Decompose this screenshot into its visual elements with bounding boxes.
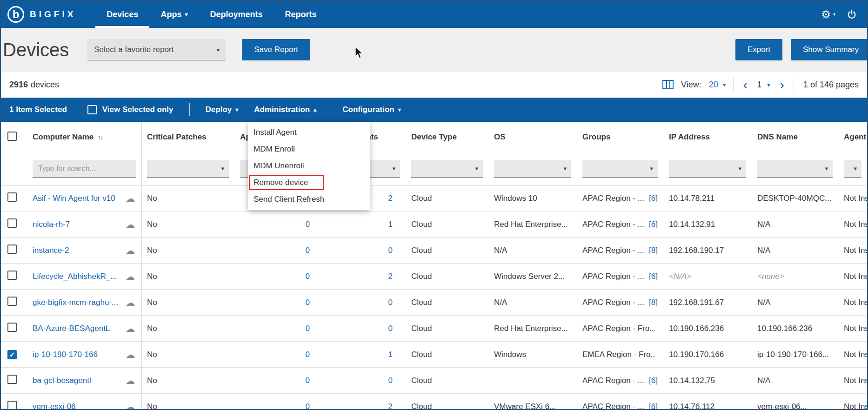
columns-icon[interactable] bbox=[662, 80, 674, 89]
applicable-patches-link[interactable]: 0 bbox=[306, 324, 310, 333]
next-page-button[interactable]: › bbox=[778, 78, 786, 92]
row-checkbox[interactable] bbox=[7, 401, 17, 410]
table-row[interactable]: ip-10-190-170-166 ☁ No 0 1 Cloud Windows… bbox=[1, 342, 867, 368]
device-name-link[interactable]: ip-10-190-170-166 bbox=[33, 350, 98, 359]
menu-item-install-agent[interactable]: Install Agent bbox=[248, 124, 370, 141]
deployments-link[interactable]: 2 bbox=[388, 402, 393, 410]
page-number-select[interactable]: 1 ▾ bbox=[757, 80, 770, 90]
device-name-link[interactable]: Asif - Win Agent for v10 bbox=[33, 194, 115, 203]
group-count-link[interactable]: [6] bbox=[649, 272, 658, 281]
column-header-groups[interactable]: Groups bbox=[577, 132, 663, 142]
row-checkbox[interactable] bbox=[7, 192, 17, 202]
column-header-ip-address[interactable]: IP Address bbox=[663, 132, 752, 142]
applicable-patches-link[interactable]: 0 bbox=[306, 298, 310, 307]
table-row[interactable]: gke-bigfix-mcm-raghu-... ☁ No 0 0 Cloud … bbox=[1, 290, 867, 316]
menu-item-mdm-enroll[interactable]: MDM Enroll bbox=[248, 141, 370, 158]
administration-menu-button[interactable]: Administration ▴ bbox=[254, 105, 316, 114]
top-navigation: b BIGFIX Devices Apps ▾ Deployments Repo… bbox=[1, 1, 867, 28]
table-row[interactable]: instance-2 ☁ No 0 0 Cloud N/A APAC Regio… bbox=[1, 238, 867, 264]
deployments-link[interactable]: 1 bbox=[388, 220, 393, 229]
group-count-link[interactable]: [8] bbox=[649, 246, 658, 255]
applicable-patches-link[interactable]: 0 bbox=[306, 376, 310, 385]
row-checkbox[interactable] bbox=[7, 323, 17, 332]
row-checkbox[interactable] bbox=[7, 350, 17, 359]
critical-patches-filter-select[interactable]: ▾ bbox=[147, 160, 229, 178]
configuration-menu-button[interactable]: Configuration ▾ bbox=[342, 105, 401, 114]
table-head: Computer Name ↑↓ Critical Patches Applic… bbox=[1, 122, 867, 185]
deployments-link[interactable]: 0 bbox=[388, 376, 393, 385]
agent-status-filter-select[interactable]: ▾ bbox=[844, 160, 861, 178]
deployments-link[interactable]: 0 bbox=[388, 246, 393, 255]
table-row[interactable]: BA-Azure-BESAgentL ☁ No 0 0 Cloud Red Ha… bbox=[1, 316, 867, 342]
group-count-link[interactable]: [6] bbox=[649, 194, 658, 203]
table-row[interactable]: Asif - Win Agent for v10 ☁ No 0 2 Cloud … bbox=[1, 185, 867, 212]
device-name-link[interactable]: gke-bigfix-mcm-raghu-... bbox=[33, 298, 118, 307]
table-row[interactable]: Lifecycle_AbhishekR_... ☁ No 0 2 Cloud W… bbox=[1, 264, 867, 290]
group-count-link[interactable]: [6] bbox=[649, 220, 658, 229]
menu-item-mdm-unenroll[interactable]: MDM Unenroll bbox=[248, 158, 370, 174]
show-summary-button[interactable]: Show Summary bbox=[791, 39, 868, 60]
nav-tab-reports[interactable]: Reports bbox=[274, 1, 327, 28]
group-count-link[interactable]: [6] bbox=[649, 376, 658, 385]
applicable-patches-link[interactable]: 0 bbox=[306, 272, 310, 281]
page-size-select[interactable]: 20 ▾ bbox=[709, 80, 726, 90]
deploy-menu-button[interactable]: Deploy ▾ bbox=[206, 105, 239, 114]
save-report-button[interactable]: Save Report bbox=[242, 39, 310, 60]
os-filter-select[interactable]: ▾ bbox=[494, 160, 571, 178]
row-checkbox[interactable] bbox=[7, 218, 17, 228]
row-checkbox[interactable] bbox=[7, 271, 17, 280]
deployments-link[interactable]: 2 bbox=[388, 194, 393, 203]
os-cell: VMware ESXi 6... bbox=[488, 402, 577, 410]
applicable-patches-link[interactable]: 0 bbox=[306, 402, 310, 410]
ip-cell: 10.14.78.211 bbox=[663, 194, 752, 203]
previous-page-button[interactable]: ‹ bbox=[741, 78, 749, 92]
row-checkbox[interactable] bbox=[7, 375, 17, 384]
column-header-dns-name[interactable]: DNS Name bbox=[752, 132, 838, 142]
dns-name-filter-select[interactable]: ▾ bbox=[757, 160, 833, 178]
divider bbox=[189, 103, 190, 116]
deployments-link[interactable]: 2 bbox=[388, 272, 393, 281]
table-row[interactable]: ba-gcl-besagentl ☁ No 0 0 Cloud APAC Reg… bbox=[1, 368, 867, 394]
applicable-patches-link[interactable]: 0 bbox=[306, 246, 310, 255]
applicable-patches-link[interactable]: 0 bbox=[306, 350, 310, 359]
table-row[interactable]: vem-esxi-06 ☁ No 0 2 Cloud VMware ESXi 6… bbox=[1, 394, 867, 410]
column-header-device-type[interactable]: Device Type bbox=[406, 132, 488, 142]
applicable-patches-link[interactable]: 0 bbox=[306, 220, 310, 229]
logout-power-button[interactable] bbox=[847, 9, 857, 20]
column-header-computer-name[interactable]: Computer Name ↑↓ bbox=[27, 132, 141, 142]
device-name-link[interactable]: ba-gcl-besagentl bbox=[33, 376, 91, 385]
nav-tab-deployments[interactable]: Deployments bbox=[199, 1, 274, 28]
view-selected-checkbox[interactable] bbox=[87, 105, 97, 114]
device-name-link[interactable]: Lifecycle_AbhishekR_... bbox=[33, 272, 117, 281]
column-header-os[interactable]: OS bbox=[488, 132, 577, 142]
deployments-link[interactable]: 1 bbox=[388, 350, 393, 359]
favorite-report-select[interactable]: Select a favorite report ▾ bbox=[87, 39, 226, 60]
device-name-link[interactable]: nicola-rh-7 bbox=[33, 220, 70, 229]
column-header-agent-status[interactable]: Agent Status bbox=[838, 132, 867, 142]
group-count-link[interactable]: [8] bbox=[649, 298, 658, 307]
nav-label: Devices bbox=[107, 10, 138, 20]
column-header-critical-patches[interactable]: Critical Patches bbox=[141, 132, 234, 142]
device-type-filter-select[interactable]: ▾ bbox=[411, 160, 483, 178]
nav-tab-devices[interactable]: Devices bbox=[95, 1, 149, 28]
device-name-link[interactable]: vem-esxi-06 bbox=[33, 402, 76, 410]
device-name-link[interactable]: instance-2 bbox=[33, 246, 69, 255]
group-count-link[interactable]: [6] bbox=[649, 402, 658, 410]
ip-cell: 192.168.191.67 bbox=[663, 298, 752, 307]
groups-filter-select[interactable]: ▾ bbox=[582, 160, 658, 178]
menu-item-send-client-refresh[interactable]: Send Client Refresh bbox=[248, 191, 370, 208]
device-name-link[interactable]: BA-Azure-BESAgentL bbox=[33, 324, 110, 333]
deployments-link[interactable]: 0 bbox=[388, 298, 393, 307]
export-button[interactable]: Export bbox=[735, 39, 782, 60]
row-checkbox[interactable] bbox=[7, 297, 17, 306]
ip-address-filter-select[interactable]: ▾ bbox=[669, 160, 746, 178]
select-all-checkbox[interactable] bbox=[7, 132, 17, 141]
deployments-link[interactable]: 0 bbox=[388, 324, 393, 333]
computer-name-search-input[interactable] bbox=[33, 160, 136, 178]
settings-gear-button[interactable]: ⚙ ▾ bbox=[821, 9, 835, 20]
menu-item-remove-device[interactable]: Remove device bbox=[248, 174, 370, 191]
nav-tab-apps[interactable]: Apps ▾ bbox=[149, 1, 199, 28]
row-checkbox[interactable] bbox=[7, 245, 17, 254]
sort-icon[interactable]: ↑↓ bbox=[98, 133, 102, 141]
table-row[interactable]: nicola-rh-7 ☁ No 0 1 Cloud Red Hat Enter… bbox=[1, 212, 867, 238]
